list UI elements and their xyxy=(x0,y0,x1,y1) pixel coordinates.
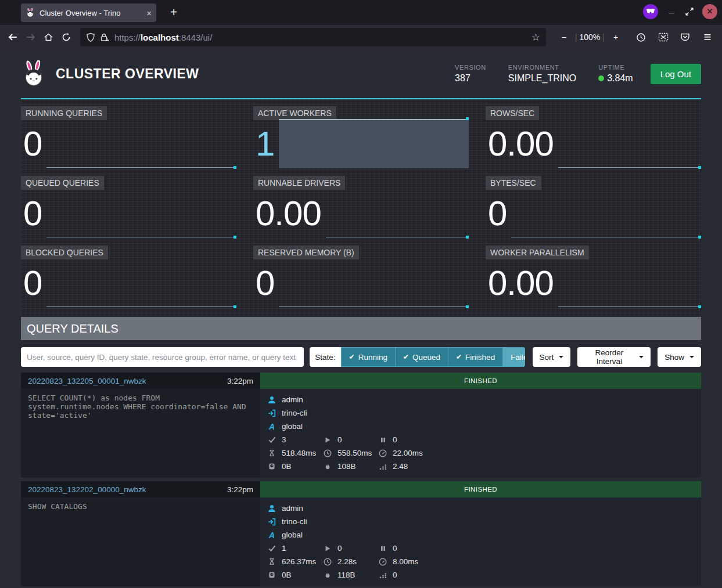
query-user: admin xyxy=(282,395,303,404)
private-browsing-icon xyxy=(643,4,658,19)
query-details-header: QUERY DETAILS xyxy=(21,317,701,340)
wall-time-icon xyxy=(267,449,276,457)
query-search-input[interactable] xyxy=(21,347,304,367)
filter-running-button[interactable]: ✔ Running xyxy=(341,347,396,367)
sparkline xyxy=(279,261,469,307)
stat-value: 0 xyxy=(21,121,42,168)
version-label: VERSION xyxy=(455,64,486,71)
new-tab-button[interactable]: + xyxy=(166,5,182,21)
elapsed-time-icon xyxy=(323,558,332,566)
sparkline xyxy=(46,261,236,307)
queued-splits-icon xyxy=(378,545,387,552)
stat-value: 0 xyxy=(253,261,274,307)
menu-icon[interactable]: ≡ xyxy=(699,28,716,46)
stat-label: WORKER PARALLELISM xyxy=(486,246,589,259)
running-splits-icon xyxy=(323,545,332,552)
window-titlebar: Cluster Overview - Trino × + – × xyxy=(0,0,722,25)
current-memory-icon xyxy=(267,463,276,470)
stat-label: RUNNING QUERIES xyxy=(21,106,107,120)
environment-block: ENVIRONMENT SIMPLE_TRINO xyxy=(508,64,576,84)
bookmark-star-icon[interactable]: ☆ xyxy=(531,31,540,44)
filter-queued-button[interactable]: ✔ Queued xyxy=(396,347,448,367)
sparkline xyxy=(326,191,469,237)
minimize-button[interactable]: – xyxy=(666,7,677,17)
cluster-stats-grid: RUNNING QUERIES 0 ACTIVE WORKERS 1 ROWS/… xyxy=(21,99,701,315)
query-time: 3:22pm xyxy=(227,377,253,385)
sparkline xyxy=(46,121,236,168)
stat-panel-bytes-sec: BYTES/SEC 0 xyxy=(486,176,701,241)
sort-dropdown[interactable]: Sort xyxy=(533,347,571,367)
tab-title: Cluster Overview - Trino xyxy=(39,9,142,17)
user-icon xyxy=(267,504,276,513)
zoom-level[interactable]: 100% xyxy=(580,33,601,42)
maximize-button[interactable] xyxy=(685,7,694,16)
stat-panel-rows-sec: ROWS/SEC 0.00 xyxy=(486,106,701,171)
uptime-block: UPTIME 3.84m xyxy=(598,64,633,84)
current-memory-icon xyxy=(267,571,276,579)
page-title: CLUSTER OVERVIEW xyxy=(56,66,455,82)
stat-value: 0 xyxy=(486,191,507,237)
cpu-time-icon xyxy=(378,558,387,566)
pocket-icon[interactable] xyxy=(677,28,694,46)
peak-memory-icon xyxy=(323,571,332,579)
reorder-interval-dropdown[interactable]: Reorder Interval xyxy=(577,347,651,367)
stat-label: BYTES/SEC xyxy=(486,176,541,190)
sparkline xyxy=(558,261,701,307)
source-icon xyxy=(267,409,276,417)
stat-value: 0 xyxy=(21,191,42,237)
trino-cluster-overview-page: CLUSTER OVERVIEW VERSION 387 ENVIRONMENT… xyxy=(0,49,722,588)
logout-button[interactable]: Log Out xyxy=(651,64,701,84)
query-id-link[interactable]: 20220823_132205_00001_nwbzk xyxy=(28,377,146,385)
url-text[interactable]: https://localhost:8443/ui/ xyxy=(114,33,527,42)
browser-tab[interactable]: Cluster Overview - Trino × xyxy=(21,3,156,22)
version-value: 387 xyxy=(455,73,486,84)
query-row: 20220823_132202_00000_nwbzk 3:22pm FINIS… xyxy=(21,481,701,586)
chevron-down-icon xyxy=(689,356,694,358)
query-stats: admin trino-cli A global 3 0 0 xyxy=(260,389,701,478)
shield-icon[interactable] xyxy=(86,33,95,42)
lock-warning-icon[interactable] xyxy=(100,33,110,42)
stat-panel-active-workers: ACTIVE WORKERS 1 xyxy=(253,106,469,171)
resource-group-icon: A xyxy=(267,531,276,540)
check-icon: ✔ xyxy=(349,353,355,361)
stat-label: BLOCKED QUERIES xyxy=(21,246,108,259)
wall-time-icon xyxy=(267,558,276,565)
query-resource-group: global xyxy=(282,531,303,539)
show-dropdown[interactable]: Show xyxy=(658,347,701,367)
user-icon xyxy=(267,396,276,404)
resource-group-icon: A xyxy=(267,422,276,431)
tab-close-icon[interactable]: × xyxy=(146,8,152,18)
zoom-out-button[interactable]: − xyxy=(555,28,573,46)
reload-icon[interactable] xyxy=(59,28,73,46)
source-icon xyxy=(267,518,276,526)
home-icon[interactable] xyxy=(41,28,55,46)
stat-value: 0.00 xyxy=(486,261,554,307)
history-clock-icon[interactable] xyxy=(633,28,650,46)
query-text: SHOW CATALOGS xyxy=(21,497,260,586)
query-stats: admin trino-cli A global 1 0 0 xyxy=(260,497,701,586)
environment-value: SIMPLE_TRINO xyxy=(508,73,576,84)
stat-label: RUNNABLE DRIVERS xyxy=(253,176,345,190)
stat-panel-worker-parallelism: WORKER PARALLELISM 0.00 xyxy=(486,246,701,311)
zoom-in-button[interactable]: + xyxy=(607,28,624,46)
cumulative-memory-icon xyxy=(378,571,387,579)
uptime-status-dot xyxy=(598,75,604,81)
window-close-button[interactable]: × xyxy=(702,4,717,19)
stat-panel-running-queries: RUNNING QUERIES 0 xyxy=(21,106,236,171)
trino-favicon xyxy=(26,8,35,17)
cumulative-memory-icon xyxy=(378,463,387,470)
query-id-link[interactable]: 20220823_132202_00000_nwbzk xyxy=(28,485,146,494)
query-time: 3:22pm xyxy=(227,485,253,494)
query-state-badge: FINISHED xyxy=(260,373,701,389)
forward-icon[interactable] xyxy=(23,28,37,46)
filter-finished-button[interactable]: ✔ Finished xyxy=(448,347,503,367)
stat-label: ROWS/SEC xyxy=(486,106,539,120)
screenshot-icon[interactable] xyxy=(655,28,672,46)
stat-label: QUEUED QUERIES xyxy=(21,176,104,190)
back-icon[interactable] xyxy=(6,28,20,46)
elapsed-time-icon xyxy=(323,449,332,457)
query-user: admin xyxy=(282,504,303,513)
uptime-value: 3.84m xyxy=(607,73,633,84)
filter-failed-dropdown[interactable]: Failed xyxy=(503,347,525,367)
url-bar[interactable]: https://localhost:8443/ui/ ☆ xyxy=(80,28,546,46)
